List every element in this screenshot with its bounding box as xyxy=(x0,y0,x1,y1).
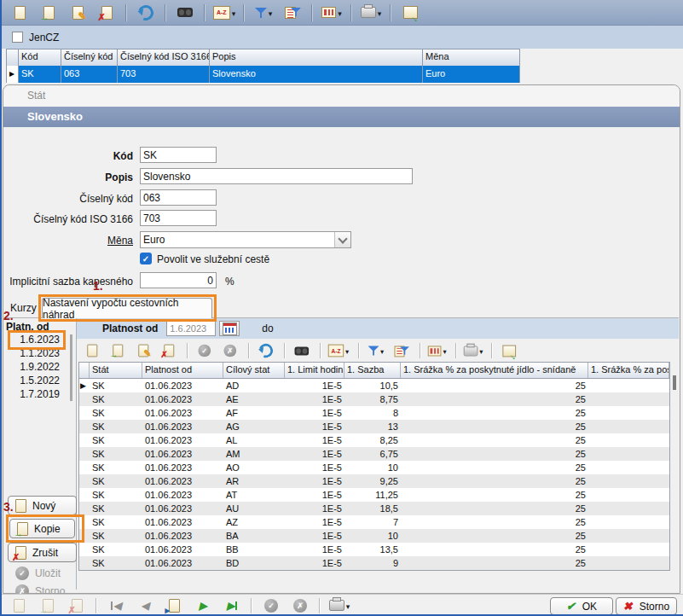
footer-cancel-button[interactable] xyxy=(286,595,315,616)
countries-row-selected[interactable]: SK 063 703 Slovensko Euro xyxy=(7,66,519,83)
grid-row[interactable]: SK01.06.2023AM1E-56,7525 xyxy=(79,447,669,461)
kapesne-input[interactable] xyxy=(140,272,217,288)
chevron-down-icon[interactable] xyxy=(479,346,483,355)
footer-confirm-button[interactable] xyxy=(257,595,286,616)
grid-row[interactable]: SK01.06.2023AU1E-518,525 xyxy=(79,502,669,515)
chevron-down-icon[interactable] xyxy=(269,8,273,18)
grid-row[interactable]: SK01.06.2023BD1E-5925 xyxy=(79,556,669,570)
validity-list-item[interactable]: 1.9.2022 xyxy=(5,360,65,374)
grid-cell: SK xyxy=(90,543,142,556)
validity-list-item[interactable]: 1.6.2023 xyxy=(5,333,65,346)
filter-button[interactable] xyxy=(249,2,278,24)
grid-filter-settings-button[interactable] xyxy=(390,340,414,361)
delete-record-button[interactable] xyxy=(92,2,121,24)
grid-col-header[interactable]: 1. Srážka % za pos xyxy=(588,363,669,378)
grid-cancel-button[interactable] xyxy=(218,340,242,361)
grid-row[interactable]: ▶SK01.06.2023AD1E-510,525 xyxy=(79,379,669,392)
next-record-button[interactable] xyxy=(188,595,217,616)
last-record-button[interactable] xyxy=(217,595,246,616)
grid-row[interactable]: SK01.06.2023AG1E-51325 xyxy=(79,420,669,433)
tab-kurzy[interactable]: Kurzy xyxy=(10,302,37,314)
chevron-down-icon[interactable] xyxy=(232,8,236,18)
tab-nastaveni-nahrad[interactable]: Nastavení vypočtu cestovních náhrad xyxy=(42,298,212,318)
filter-settings-button[interactable] xyxy=(278,2,307,24)
chevron-down-icon[interactable] xyxy=(338,8,342,18)
jencz-checkbox[interactable] xyxy=(12,32,23,43)
popis-input[interactable] xyxy=(140,168,413,184)
grid-row[interactable]: SK01.06.2023AO1E-51025 xyxy=(79,461,669,474)
grid-sort-button[interactable]: A-Z xyxy=(326,340,351,361)
previous-record-button[interactable] xyxy=(130,595,159,616)
calendar-button[interactable] xyxy=(219,321,240,336)
countries-col-header[interactable]: Číselný kód xyxy=(61,49,118,66)
chevron-down-icon[interactable] xyxy=(443,346,446,355)
povolit-checkbox[interactable] xyxy=(140,253,152,264)
chevron-down-icon[interactable] xyxy=(380,346,384,355)
validity-list-item[interactable]: 1.1.2023 xyxy=(5,346,65,360)
search-button[interactable] xyxy=(171,2,200,24)
chevron-down-icon[interactable] xyxy=(345,346,349,355)
chevron-down-icon[interactable] xyxy=(346,601,350,611)
grid-row[interactable]: SK01.06.2023AF1E-5825 xyxy=(79,406,669,420)
mena-combobox[interactable]: Euro xyxy=(140,231,351,248)
record-list-button[interactable] xyxy=(159,595,188,616)
grid-delete-button[interactable] xyxy=(157,340,181,361)
grid-row[interactable]: SK01.06.2023BB1E-513,525 xyxy=(79,543,669,556)
grid-row[interactable]: SK01.06.2023AL1E-58,2525 xyxy=(79,433,669,447)
kod-input[interactable] xyxy=(140,147,217,163)
grid-col-header[interactable]: 1. Sazba xyxy=(344,363,401,378)
columns-icon xyxy=(321,7,336,18)
grid-export-button[interactable] xyxy=(497,340,521,361)
new-record-button[interactable] xyxy=(5,2,34,24)
zrusit-button[interactable]: Zrušit xyxy=(8,543,77,562)
sort-button[interactable]: A-Z xyxy=(210,2,239,24)
footer-print-button[interactable] xyxy=(325,595,354,616)
export-button[interactable] xyxy=(396,2,425,24)
countries-col-header[interactable]: Kód xyxy=(19,49,61,66)
mena-label[interactable]: Měna xyxy=(3,235,133,247)
platnost-od-input[interactable]: 1.6.2023 xyxy=(166,321,216,336)
rates-grid-scrollbar[interactable] xyxy=(673,375,676,390)
edit-record-button[interactable] xyxy=(63,2,92,24)
grid-filter-button[interactable] xyxy=(364,340,388,361)
copy-record-button[interactable] xyxy=(34,2,63,24)
validity-list-scrollbar[interactable] xyxy=(70,334,72,401)
grid-row[interactable]: SK01.06.2023BA1E-51025 xyxy=(79,529,669,543)
grid-print-button[interactable] xyxy=(461,340,485,361)
ok-button[interactable]: OK xyxy=(550,597,613,615)
refresh-button[interactable] xyxy=(131,2,160,24)
grid-confirm-button[interactable] xyxy=(193,340,217,361)
grid-col-header[interactable]: Cílový stat xyxy=(223,363,285,378)
grid-col-header[interactable] xyxy=(79,363,90,378)
grid-row[interactable]: SK01.06.2023AR1E-59,2525 xyxy=(79,474,669,488)
grid-new-button[interactable] xyxy=(80,340,104,361)
grid-refresh-button[interactable] xyxy=(254,340,278,361)
first-record-button[interactable] xyxy=(101,595,130,616)
countries-col-header[interactable]: Číselný kód ISO 3166 xyxy=(118,49,210,66)
grid-col-header[interactable]: 1. Limit hodin xyxy=(285,363,344,378)
grid-col-header[interactable]: 1. Srážka % za poskytnuté jídlo - snídan… xyxy=(401,363,588,378)
grid-columns-button[interactable] xyxy=(425,340,449,361)
grid-row[interactable]: SK01.06.2023AE1E-58,7525 xyxy=(79,392,669,406)
storno-button[interactable]: Storno xyxy=(616,597,677,615)
novy-button[interactable]: Nový xyxy=(8,496,77,515)
iso-kod-input[interactable] xyxy=(140,210,217,226)
countries-col-header[interactable]: Popis xyxy=(210,49,423,66)
grid-copy-button[interactable] xyxy=(106,340,130,361)
ciselny-kod-input[interactable] xyxy=(140,189,217,206)
grid-col-header[interactable]: Platnost od xyxy=(142,363,223,378)
kopie-button[interactable]: Kopie xyxy=(9,519,75,538)
grid-search-button[interactable] xyxy=(290,340,314,361)
validity-list-header[interactable]: Platn. od xyxy=(6,321,49,333)
grid-row[interactable]: SK01.06.2023AT1E-511,2525 xyxy=(79,488,669,502)
columns-button[interactable] xyxy=(317,2,346,24)
grid-col-header[interactable]: Stát xyxy=(90,363,142,378)
chevron-down-icon[interactable] xyxy=(378,8,382,18)
validity-list-item[interactable]: 1.7.2019 xyxy=(5,387,65,401)
grid-row[interactable]: SK01.06.2023AZ1E-5725 xyxy=(79,515,669,529)
grid-edit-button[interactable] xyxy=(131,340,155,361)
mena-dropdown-button[interactable] xyxy=(334,232,350,247)
print-button[interactable] xyxy=(356,2,385,24)
countries-col-header[interactable]: Měna xyxy=(423,49,518,66)
validity-list-item[interactable]: 1.5.2022 xyxy=(5,374,65,387)
